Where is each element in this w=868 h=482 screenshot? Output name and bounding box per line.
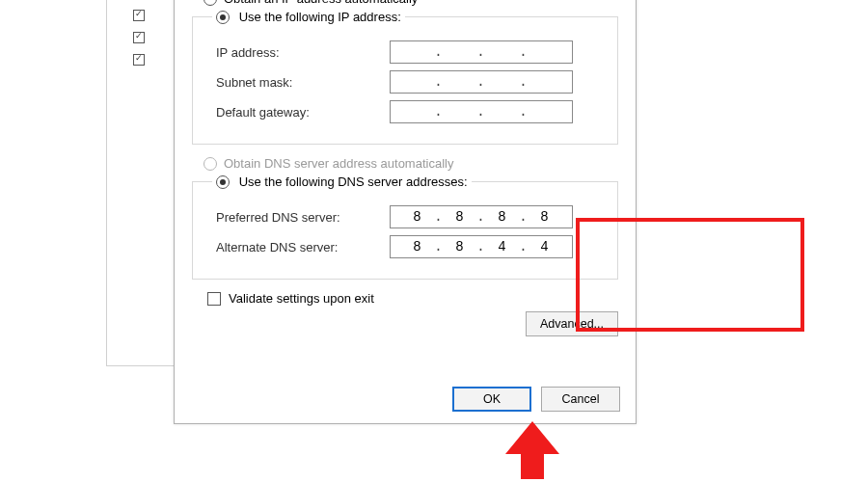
ip-auto-label: Obtain an IP address automatically: [224, 0, 418, 6]
preferred-dns-input[interactable]: 8. 8. 8. 8: [390, 205, 573, 228]
validate-label: Validate settings upon exit: [229, 291, 374, 306]
ip-manual-group: Use the following IP address: IP address…: [192, 10, 618, 145]
ip-address-label: IP address:: [216, 45, 390, 60]
checkbox-icon: [207, 292, 221, 306]
arrow-icon: [503, 421, 561, 479]
bg-check-icon: [133, 10, 145, 21]
advanced-button[interactable]: Advanced...: [526, 311, 618, 336]
ipv4-properties-dialog: Obtain an IP address automatically Use t…: [174, 0, 637, 424]
radio-icon: [216, 175, 230, 189]
radio-icon: [203, 157, 217, 171]
cancel-button[interactable]: Cancel: [541, 387, 620, 412]
gateway-input[interactable]: . . .: [390, 100, 573, 123]
gateway-row: Default gateway: . . .: [216, 100, 608, 123]
gateway-label: Default gateway:: [216, 105, 390, 120]
alternate-dns-label: Alternate DNS server:: [216, 240, 390, 254]
ip-manual-radio[interactable]: Use the following IP address:: [212, 10, 405, 24]
subnet-row: Subnet mask: . . .: [216, 70, 608, 94]
preferred-dns-row: Preferred DNS server: 8. 8. 8. 8: [216, 205, 608, 228]
radio-icon: [216, 11, 230, 24]
alternate-dns-input[interactable]: 8. 8. 4. 4: [390, 235, 573, 258]
subnet-input[interactable]: . . .: [390, 70, 573, 94]
dns-auto-radio: Obtain DNS server address automatically: [203, 156, 624, 171]
dialog-footer: OK Cancel: [452, 387, 620, 412]
bg-check-icon: [133, 54, 145, 66]
ip-auto-radio[interactable]: Obtain an IP address automatically: [203, 0, 624, 6]
radio-icon: [203, 0, 217, 6]
preferred-dns-label: Preferred DNS server:: [216, 210, 390, 225]
dns-manual-group: Use the following DNS server addresses: …: [192, 174, 618, 280]
bg-check-icon: [133, 32, 145, 43]
dns-manual-label: Use the following DNS server addresses:: [239, 174, 468, 189]
alternate-dns-row: Alternate DNS server: 8. 8. 4. 4: [216, 235, 608, 258]
ip-address-row: IP address: . . .: [216, 40, 608, 64]
subnet-label: Subnet mask:: [216, 75, 390, 90]
ok-button[interactable]: OK: [452, 387, 531, 412]
dns-auto-label: Obtain DNS server address automatically: [224, 156, 453, 171]
svg-marker-0: [505, 421, 559, 479]
ip-manual-label: Use the following IP address:: [239, 10, 401, 24]
ip-address-input[interactable]: . . .: [390, 40, 573, 64]
dns-manual-radio[interactable]: Use the following DNS server addresses:: [212, 174, 472, 189]
validate-checkbox[interactable]: Validate settings upon exit: [207, 291, 624, 306]
